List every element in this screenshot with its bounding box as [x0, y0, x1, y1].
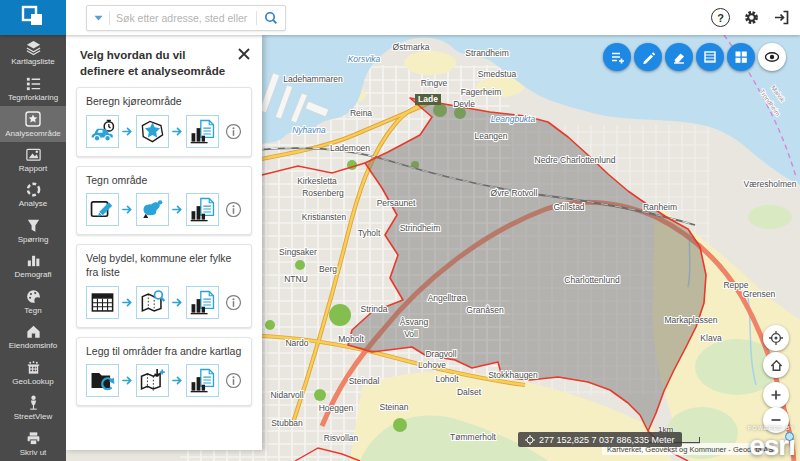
- sign-out-button[interactable]: [773, 9, 790, 26]
- visibility-eye-button[interactable]: [758, 43, 786, 71]
- svg-text:Væresholmen: Væresholmen: [744, 179, 797, 189]
- locate-button[interactable]: [763, 325, 789, 351]
- apps-grid-button[interactable]: [727, 43, 755, 71]
- svg-text:Hoeggen: Hoeggen: [319, 403, 354, 413]
- info-icon[interactable]: [225, 123, 242, 140]
- sidebar-item-rapport[interactable]: Rapport: [0, 142, 66, 178]
- network-area-icon: [136, 115, 169, 148]
- analysis-area-icon: [24, 110, 42, 128]
- pegman-icon: [25, 394, 42, 411]
- draw-button[interactable]: [634, 43, 662, 71]
- drive-time-icon: [86, 115, 119, 148]
- table-button[interactable]: [696, 43, 724, 71]
- sidebar-item-skriv-ut[interactable]: Skriv ut: [0, 426, 66, 461]
- search-dropdown-caret[interactable]: [87, 15, 109, 21]
- analysis-area-panel: Velg hvordan du vil definere et analyseo…: [66, 35, 262, 450]
- sidebar-item-streetview[interactable]: StreetView: [0, 390, 66, 426]
- sidebar-item-tegnforklaring[interactable]: Tegnforklaring: [0, 71, 66, 107]
- svg-text:Smedstua: Smedstua: [478, 69, 517, 79]
- svg-text:Rosenberg: Rosenberg: [302, 188, 344, 198]
- add-to-selection-button[interactable]: [603, 43, 631, 71]
- legend-icon: [25, 75, 42, 92]
- svg-text:Tyholt: Tyholt: [358, 228, 381, 238]
- svg-text:Steindal: Steindal: [349, 376, 380, 386]
- top-bar: ?: [0, 0, 800, 35]
- svg-text:Devle: Devle: [453, 99, 475, 109]
- card-add-from-layers[interactable]: Legg til områder fra andre kartlag: [76, 337, 252, 407]
- search-icon[interactable]: [257, 11, 285, 25]
- sidebar-item-geolookup[interactable]: GeoLookup: [0, 355, 66, 391]
- filter-funnel-icon: [25, 217, 42, 234]
- report-chart-icon: [186, 115, 219, 148]
- svg-text:Granåsen: Granåsen: [466, 305, 504, 315]
- sidebar-item-demografi[interactable]: Demografi: [0, 248, 66, 284]
- svg-text:Kristiansten: Kristiansten: [302, 212, 347, 222]
- app-logo-icon: [18, 5, 48, 31]
- svg-text:Persaunet: Persaunet: [377, 198, 416, 208]
- svg-text:Korsvika: Korsvika: [348, 54, 381, 64]
- esri-globe-dot: [785, 432, 794, 441]
- svg-text:Steinan: Steinan: [380, 402, 409, 412]
- card-label: Tegn område: [86, 174, 242, 188]
- sidebar-item-kartlagsliste[interactable]: Kartlagsliste: [0, 35, 66, 71]
- arrow-right-icon: [122, 126, 133, 137]
- svg-text:Stubban: Stubban: [271, 418, 303, 428]
- zoom-in-button[interactable]: [763, 382, 789, 408]
- eraser-button[interactable]: [665, 43, 693, 71]
- arrow-right-icon: [122, 204, 133, 215]
- house-icon: [25, 323, 42, 340]
- sidebar-item-analyse[interactable]: Analyse: [0, 177, 66, 213]
- sidebar-item-eiendomsinfo[interactable]: Eiendomsinfo: [0, 319, 66, 355]
- arrow-right-icon: [122, 375, 133, 386]
- svg-text:Reina: Reina: [350, 108, 372, 118]
- close-icon[interactable]: [236, 46, 252, 62]
- svg-text:Grillstad: Grillstad: [553, 202, 584, 212]
- esri-logo: POWERED BY esri: [748, 426, 795, 461]
- svg-text:Nardo: Nardo: [285, 338, 308, 348]
- svg-text:Tømmerholt: Tømmerholt: [450, 432, 496, 442]
- gear-icon: [743, 9, 760, 26]
- info-icon[interactable]: [225, 201, 242, 218]
- search-input[interactable]: [110, 12, 256, 24]
- svg-text:Risvollan: Risvollan: [324, 433, 359, 443]
- panel-title: Velg hvordan du vil definere et analyseo…: [66, 35, 262, 87]
- home-button[interactable]: [763, 352, 789, 378]
- svg-text:Berg: Berg: [319, 264, 337, 274]
- polygon-shape-icon: [136, 193, 169, 226]
- svg-text:Leangbukta: Leangbukta: [491, 114, 536, 124]
- search-box: [86, 5, 286, 31]
- app-logo[interactable]: [0, 0, 66, 35]
- svg-text:Lademoen: Lademoen: [330, 143, 370, 153]
- arrow-right-icon: [172, 204, 183, 215]
- settings-button[interactable]: [743, 9, 760, 26]
- card-drive-time-area[interactable]: Beregn kjøreområde: [76, 87, 252, 157]
- svg-text:Lohove: Lohove: [418, 360, 446, 370]
- card-select-from-list[interactable]: Velg bydel, kommune eler fylke fra liste: [76, 244, 252, 327]
- card-label: Legg til områder fra andre kartlag: [86, 345, 242, 359]
- sidebar-item-sporring[interactable]: Spørring: [0, 213, 66, 249]
- esri-wordmark: esri: [749, 430, 795, 461]
- svg-text:Stokkhaugen: Stokkhaugen: [488, 370, 538, 380]
- sidebar: Kartlagsliste Tegnforklaring Analyseområ…: [0, 35, 66, 461]
- crosshair-icon: [525, 435, 535, 445]
- svg-text:Ringve: Ringve: [421, 78, 448, 88]
- card-draw-area[interactable]: Tegn område: [76, 166, 252, 236]
- coordinate-readout: 277 152,825 7 037 886,335 Meter: [518, 432, 682, 447]
- report-image-icon: [25, 146, 42, 163]
- svg-text:Nyhavna: Nyhavna: [292, 125, 326, 135]
- svg-text:Voll: Voll: [404, 329, 418, 339]
- bar-chart-icon: [25, 252, 42, 269]
- svg-text:Nedre Charlottenlund: Nedre Charlottenlund: [535, 155, 616, 165]
- card-label: Beregn kjøreområde: [86, 95, 242, 109]
- help-button[interactable]: ?: [711, 8, 730, 27]
- info-icon[interactable]: [225, 372, 242, 389]
- svg-text:Fagerheim: Fagerheim: [461, 87, 502, 97]
- sidebar-item-analyseomrade[interactable]: Analyseområde: [0, 106, 66, 142]
- svg-text:Angelltrøa: Angelltrøa: [428, 293, 467, 303]
- svg-text:Charlottenlund: Charlottenlund: [564, 275, 620, 285]
- coordinate-text: 277 152,825 7 037 886,335 Meter: [539, 435, 675, 445]
- info-icon[interactable]: [225, 294, 242, 311]
- sidebar-item-tegn[interactable]: Tegn: [0, 284, 66, 320]
- card-label: Velg bydel, kommune eler fylke fra liste: [86, 252, 242, 279]
- report-chart-icon: [186, 364, 219, 397]
